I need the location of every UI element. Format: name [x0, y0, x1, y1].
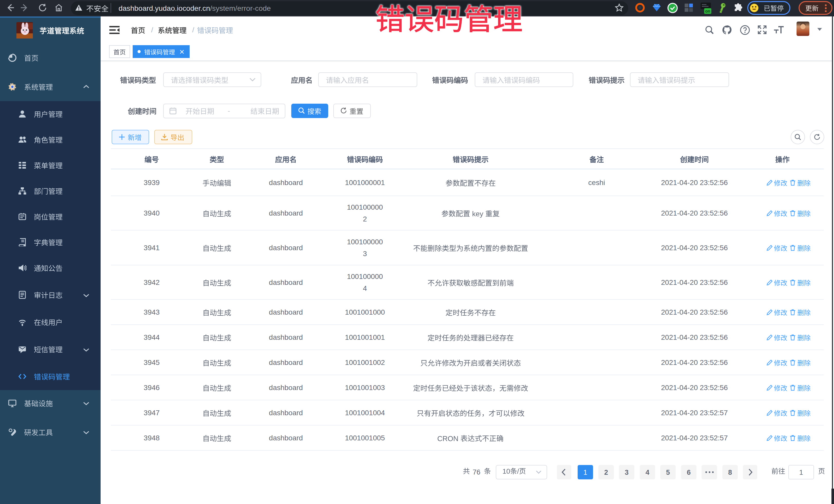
- svg-text:on: on: [705, 9, 710, 13]
